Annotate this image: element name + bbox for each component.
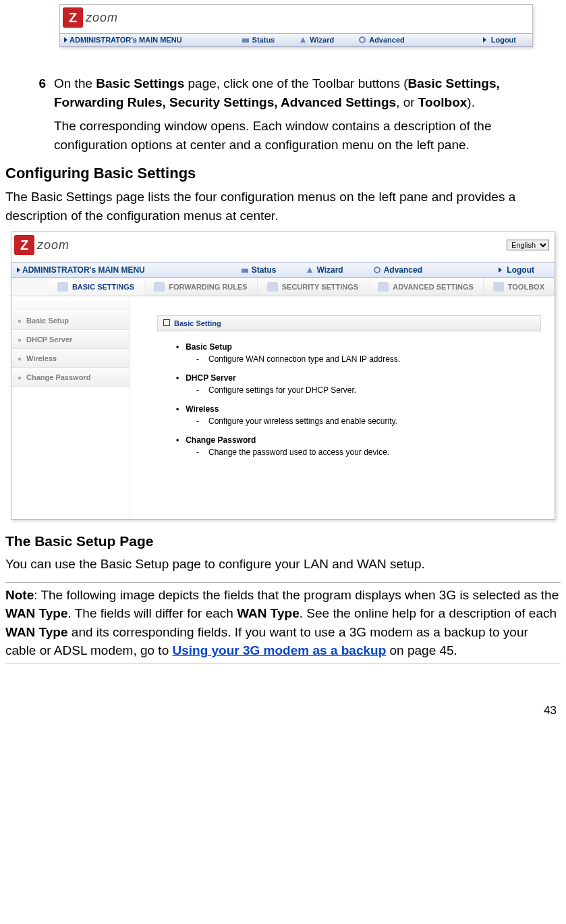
status-icon (241, 266, 249, 274)
panel-header-basic-setting: Basic Setting (157, 315, 541, 331)
forwarding-icon (154, 282, 165, 292)
step-number: 6 (5, 74, 54, 93)
menu-logout[interactable]: Logout (484, 265, 549, 275)
svg-marker-1 (300, 37, 306, 43)
wizard-icon (299, 36, 307, 44)
desc-wireless: Wireless Configure your wireless setting… (176, 404, 534, 426)
security-icon (267, 282, 278, 292)
logo-row: Z zoom (60, 5, 532, 33)
left-item-dhcp-server[interactable]: DHCP Server (11, 330, 130, 349)
basic-settings-icon (57, 282, 68, 292)
screenshot-top-menu: Z zoom ADMINISTRATOR's MAIN MENU Status … (59, 4, 533, 47)
admin-menubar-1: ADMINISTRATOR's MAIN MENU Status Wizard … (60, 33, 532, 47)
tri-icon (17, 267, 20, 273)
para-basic-setup-page: You can use the Basic Setup page to conf… (5, 555, 561, 574)
step-6-para2: The corresponding window opens. Each win… (54, 117, 561, 154)
center-description: Basic Setting Basic Setup Configure WAN … (130, 296, 555, 519)
svg-marker-4 (307, 267, 312, 273)
tri-icon (499, 267, 502, 273)
step-text: On the Basic Settings page, click one of… (54, 74, 561, 111)
heading-basic-setup-page: The Basic Setup Page (5, 533, 561, 549)
admin-menubar-2: ADMINISTRATOR's MAIN MENU Status Wizard … (11, 262, 555, 278)
menu-status[interactable]: Status (229, 36, 287, 44)
divider (5, 582, 561, 583)
svg-rect-0 (242, 38, 249, 43)
advanced-settings-icon (378, 282, 389, 292)
desc-dhcp-server: DHCP Server Configure settings for your … (176, 373, 534, 395)
left-item-change-password[interactable]: Change Password (11, 368, 130, 387)
left-item-wireless[interactable]: Wireless (11, 349, 130, 368)
toolbar-tabs: BASIC SETTINGS FORWARDING RULES SECURITY… (11, 278, 555, 296)
tab-basic-settings[interactable]: BASIC SETTINGS (48, 278, 144, 296)
tri-icon (64, 37, 67, 43)
menu-wizard[interactable]: Wizard (287, 36, 346, 44)
menu-logout[interactable]: Logout (471, 36, 528, 44)
menu-main-label[interactable]: ADMINISTRATOR's MAIN MENU (22, 265, 145, 275)
logo-badge: Z (63, 7, 83, 28)
logo-text: zoom (86, 11, 118, 25)
screenshot-basic-settings: Z zoom English ADMINISTRATOR's MAIN MENU… (11, 232, 555, 520)
page-number: 43 (0, 663, 566, 726)
left-config-menu: Basic Setup DHCP Server Wireless Change … (11, 296, 130, 519)
advanced-icon (358, 36, 366, 44)
desc-change-password: Change Password Change the password used… (176, 435, 534, 457)
tab-toolbox[interactable]: TOOLBOX (484, 278, 555, 296)
language-select[interactable]: English (507, 240, 549, 250)
svg-point-2 (360, 37, 365, 43)
tab-forwarding-rules[interactable]: FORWARDING RULES (144, 278, 258, 296)
status-icon (242, 36, 250, 44)
advanced-icon (373, 266, 381, 274)
note-paragraph: Note: The following image depicts the fi… (5, 586, 561, 660)
menu-advanced[interactable]: Advanced (346, 36, 417, 44)
svg-rect-3 (242, 269, 248, 273)
link-3g-backup[interactable]: Using your 3G modem as a backup (172, 643, 386, 657)
svg-point-5 (374, 267, 380, 273)
para-basic-settings-desc: The Basic Settings page lists the four c… (5, 188, 561, 225)
desc-basic-setup: Basic Setup Configure WAN connection typ… (176, 342, 534, 364)
tab-security-settings[interactable]: SECURITY SETTINGS (258, 278, 368, 296)
heading-configuring-basic-settings: Configuring Basic Settings (5, 165, 561, 182)
tri-icon (483, 37, 486, 43)
toolbox-icon (493, 282, 504, 292)
menu-status[interactable]: Status (226, 265, 291, 275)
menu-main-label[interactable]: ADMINISTRATOR's MAIN MENU (69, 36, 202, 44)
tab-advanced-settings[interactable]: ADVANCED SETTINGS (368, 278, 484, 296)
logo-text: zoom (37, 238, 69, 252)
left-item-basic-setup[interactable]: Basic Setup (11, 311, 130, 330)
wizard-icon (306, 266, 314, 274)
menu-wizard[interactable]: Wizard (291, 265, 358, 275)
logo-badge: Z (14, 235, 34, 255)
panel-topbar: Z zoom English (11, 232, 555, 262)
menu-advanced[interactable]: Advanced (358, 265, 437, 275)
step-6: 6 On the Basic Settings page, click one … (5, 74, 561, 111)
